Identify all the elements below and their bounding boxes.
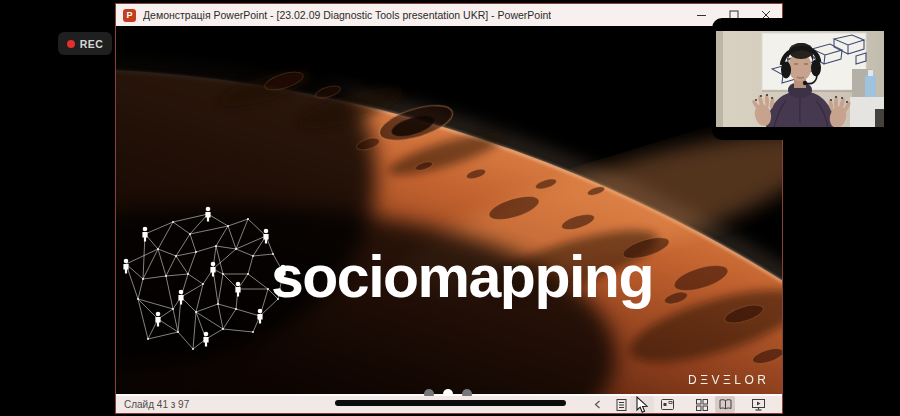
pagination-dot[interactable] <box>462 389 472 396</box>
status-bar: Слайд 41 з 97 <box>116 394 782 413</box>
participant-video <box>716 31 884 127</box>
reading-view-icon[interactable] <box>715 396 735 413</box>
mouse-cursor <box>636 396 650 414</box>
pagination-dot[interactable] <box>424 389 434 396</box>
rec-label: REC <box>80 38 104 50</box>
title-bar: P Демонстрація PowerPoint - [23.02.09 Di… <box>116 4 782 26</box>
slide-show-icon[interactable] <box>748 396 768 413</box>
window-title: Демонстрація PowerPoint - [23.02.09 Diag… <box>143 9 551 21</box>
slide-canvas: sociomapping DΞVΞLOR <box>116 26 782 396</box>
rec-indicator: REC <box>58 32 112 55</box>
webcam-tile[interactable] <box>712 18 900 140</box>
scroll-pill[interactable] <box>335 400 566 406</box>
slide-sorter-icon[interactable] <box>692 396 712 413</box>
previous-chevron-icon[interactable] <box>587 396 607 413</box>
pagination-dot[interactable] <box>443 389 453 396</box>
rec-dot-icon <box>67 40 75 48</box>
slide-title: sociomapping <box>271 246 653 308</box>
powerpoint-app-icon: P <box>123 9 136 22</box>
develor-logo: DΞVΞLOR <box>688 373 769 387</box>
slide-pagination[interactable] <box>424 389 472 396</box>
network-graphic <box>118 204 290 354</box>
powerpoint-window: P Демонстрація PowerPoint - [23.02.09 Di… <box>115 3 783 414</box>
normal-view-icon[interactable] <box>657 396 677 413</box>
slide-counter: Слайд 41 з 97 <box>124 399 189 410</box>
notes-icon[interactable] <box>611 396 631 413</box>
